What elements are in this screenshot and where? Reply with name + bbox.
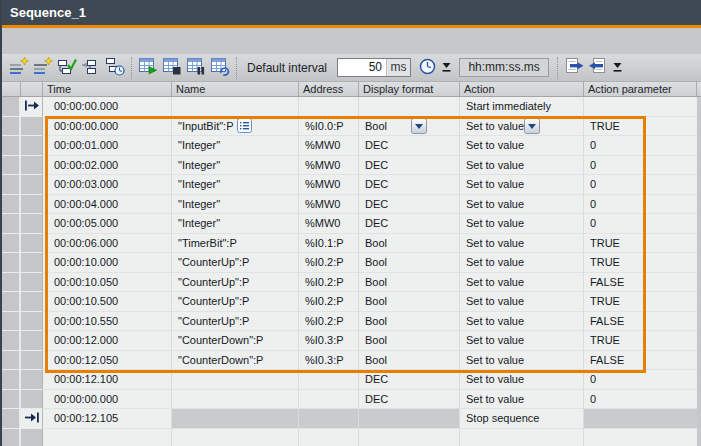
row-marker-cell[interactable] xyxy=(21,234,43,254)
cell-format[interactable]: DEC xyxy=(359,175,460,195)
cell-action[interactable]: Set to value xyxy=(460,156,584,176)
tag-browse-button[interactable] xyxy=(237,118,296,133)
cell-time[interactable]: 00:00:03.000 xyxy=(43,175,172,195)
row-marker-cell[interactable] xyxy=(21,409,43,429)
cell-time[interactable]: 00:00:00.000 xyxy=(43,97,172,117)
cell-format[interactable]: Bool xyxy=(359,312,460,332)
row-header-cell[interactable] xyxy=(2,214,21,234)
row-header-cell[interactable] xyxy=(2,195,21,215)
cell-param[interactable] xyxy=(584,97,697,117)
cell-action[interactable]: Set to value xyxy=(460,370,584,390)
cell-name[interactable]: "Integer" xyxy=(172,195,299,215)
row-marker-cell[interactable] xyxy=(21,175,43,195)
cell-format[interactable] xyxy=(359,429,460,446)
cell-address[interactable]: %MW0 xyxy=(299,214,359,234)
cell-format[interactable] xyxy=(359,409,460,429)
cell-time[interactable]: 00:00:12.105 xyxy=(43,409,172,429)
cell-action[interactable]: Set to value xyxy=(460,253,584,273)
cell-name[interactable] xyxy=(172,97,299,117)
cell-name[interactable]: "CounterUp":P xyxy=(172,312,299,332)
interval-clock-button[interactable] xyxy=(415,56,439,80)
cell-time[interactable]: 00:00:12.000 xyxy=(43,331,172,351)
cell-name[interactable]: "Integer" xyxy=(172,214,299,234)
cell-address[interactable]: %MW0 xyxy=(299,156,359,176)
cell-format[interactable]: Bool xyxy=(359,253,460,273)
cell-action[interactable]: Set to value xyxy=(460,136,584,156)
row-marker-cell[interactable] xyxy=(21,214,43,234)
cell-action[interactable]: Set to value xyxy=(460,214,584,234)
cell-action[interactable]: Set to value xyxy=(460,351,584,371)
cell-param[interactable]: 0 xyxy=(584,214,697,234)
cell-format[interactable]: Bool xyxy=(359,117,460,137)
cell-address[interactable]: %I0.2:P xyxy=(299,312,359,332)
cell-address[interactable] xyxy=(299,370,359,390)
cell-action[interactable]: Set to value xyxy=(460,273,584,293)
cell-action[interactable]: Set to value xyxy=(460,195,584,215)
row-marker-cell[interactable] xyxy=(21,97,43,117)
cell-param[interactable] xyxy=(584,429,697,446)
cell-action[interactable]: Set to value xyxy=(460,175,584,195)
cell-param[interactable]: 0 xyxy=(584,390,697,410)
stop-sequence-button[interactable] xyxy=(160,56,184,80)
cell-param[interactable]: 0 xyxy=(584,136,697,156)
cell-name[interactable]: "InputBit":P xyxy=(172,117,299,137)
row-marker-cell[interactable] xyxy=(21,136,43,156)
row-header-cell[interactable] xyxy=(2,351,21,371)
row-marker-cell[interactable] xyxy=(21,390,43,410)
insert-step-button[interactable] xyxy=(79,56,103,80)
cell-action[interactable]: Set to value xyxy=(460,390,584,410)
cell-time[interactable]: 00:00:02.000 xyxy=(43,156,172,176)
cell-time[interactable]: 00:00:10.550 xyxy=(43,312,172,332)
cell-address[interactable]: %I0.0:P xyxy=(299,117,359,137)
row-header-cell[interactable] xyxy=(2,136,21,156)
row-header-cell[interactable] xyxy=(2,370,21,390)
cell-name[interactable] xyxy=(172,390,299,410)
cell-address[interactable] xyxy=(299,97,359,117)
cell-address[interactable] xyxy=(299,409,359,429)
cell-action[interactable] xyxy=(460,429,584,446)
row-header-cell[interactable] xyxy=(2,156,21,176)
cell-format[interactable] xyxy=(359,97,460,117)
cell-format[interactable]: DEC xyxy=(359,390,460,410)
row-header-cell[interactable] xyxy=(2,117,21,137)
cell-name[interactable]: "CounterUp":P xyxy=(172,273,299,293)
row-header-cell[interactable] xyxy=(2,390,21,410)
add-step-after-button[interactable] xyxy=(31,56,55,80)
cell-param[interactable]: 0 xyxy=(584,175,697,195)
cell-name[interactable]: "CounterUp":P xyxy=(172,253,299,273)
cell-action[interactable]: Set to value xyxy=(460,312,584,332)
cell-dropdown-button[interactable] xyxy=(524,118,582,134)
cell-param[interactable]: FALSE xyxy=(584,351,697,371)
cell-format[interactable]: DEC xyxy=(359,214,460,234)
cell-time[interactable]: 00:00:10.000 xyxy=(43,253,172,273)
time-unit-dropdown-button[interactable] xyxy=(439,56,453,80)
cell-param[interactable]: FALSE xyxy=(584,273,697,293)
row-header-cell[interactable] xyxy=(2,253,21,273)
repeat-sequence-button[interactable] xyxy=(208,56,232,80)
row-header-cell[interactable] xyxy=(2,234,21,254)
cell-param[interactable]: 0 xyxy=(584,195,697,215)
cell-time[interactable]: 00:00:10.500 xyxy=(43,292,172,312)
row-header-cell[interactable] xyxy=(2,97,21,117)
add-step-button[interactable] xyxy=(7,56,31,80)
row-header-cell[interactable] xyxy=(2,331,21,351)
cell-time[interactable]: 00:00:05.000 xyxy=(43,214,172,234)
cell-name[interactable]: "Integer" xyxy=(172,136,299,156)
row-marker-cell[interactable] xyxy=(21,117,43,137)
cell-name[interactable]: "Integer" xyxy=(172,156,299,176)
cell-format[interactable]: DEC xyxy=(359,136,460,156)
cell-name[interactable] xyxy=(172,409,299,429)
pause-sequence-button[interactable] xyxy=(184,56,208,80)
start-sequence-button[interactable] xyxy=(136,56,160,80)
export-button[interactable] xyxy=(562,56,586,80)
cell-name[interactable] xyxy=(172,429,299,446)
row-marker-cell[interactable] xyxy=(21,273,43,293)
cell-address[interactable]: %I0.1:P xyxy=(299,234,359,254)
cell-name[interactable]: "CounterUp":P xyxy=(172,292,299,312)
cell-time[interactable]: 00:00:06.000 xyxy=(43,234,172,254)
cell-name[interactable] xyxy=(172,370,299,390)
cell-name[interactable]: "TimerBit":P xyxy=(172,234,299,254)
cell-action[interactable]: Set to value xyxy=(460,234,584,254)
column-header-fmt[interactable]: Display format xyxy=(359,82,460,96)
interval-input[interactable]: 50 ms xyxy=(337,58,411,77)
